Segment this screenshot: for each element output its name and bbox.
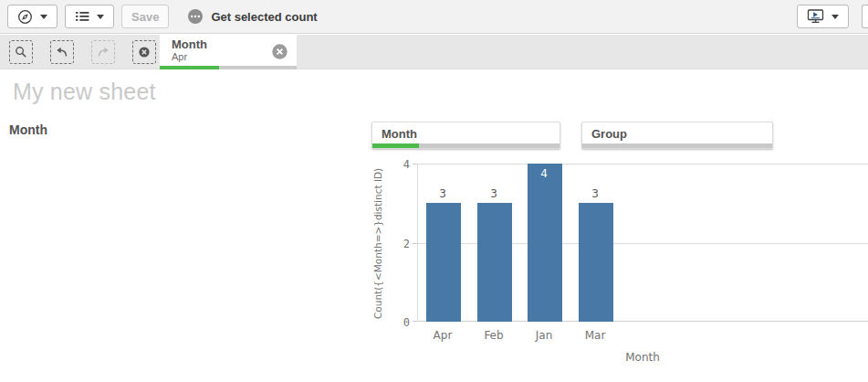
bar-jan[interactable] [528,164,562,322]
x-tick-label: Jan [524,329,564,342]
compass-icon [17,9,33,25]
filter-state-selected-bar [372,143,419,148]
monitor-play-icon [807,9,824,24]
bar-mar[interactable] [579,203,613,322]
clear-selections-button[interactable] [132,40,156,64]
qlik-sense-app: Save Get selected count [0,0,868,382]
bar-feb[interactable] [477,203,512,322]
save-button[interactable]: Save [121,5,169,28]
filter-pane-month[interactable]: Month [371,122,560,149]
undo-arrow-icon [56,46,68,58]
y-tick-mark [413,321,417,322]
list-icon [75,10,89,23]
filter-pane-label: Group [582,122,772,141]
selection-chip-month[interactable]: Month Apr [160,35,297,69]
filter-pane-group[interactable]: Group [581,122,773,149]
chevron-down-icon [97,15,104,19]
ellipsis-circle-icon [187,8,204,25]
y-tick-mark [413,164,417,164]
selection-ratio-track [160,66,297,69]
bar-apr[interactable] [426,203,461,322]
selection-ratio-bar [160,66,219,69]
bar-value-label: 4 [527,167,561,180]
edge-partial-button[interactable] [862,5,868,28]
presentation-mode-button[interactable] [797,5,849,28]
selections-forward-button[interactable] [91,40,115,64]
filter-state-track [582,143,772,148]
redo-arrow-icon [97,46,110,58]
sheet-list-button[interactable] [65,5,114,28]
sheet-title: My new sheet [13,79,156,105]
chevron-down-icon [40,15,47,19]
selections-bar: Month Apr [0,35,868,69]
filter-pane-label: Month [372,122,559,141]
x-axis-title: Month [417,351,868,364]
x-tick-label: Apr [423,329,463,342]
chevron-down-icon [831,15,839,19]
toolbar-right-group [797,0,868,33]
y-tick-label: 4 [393,158,410,171]
remove-selection-icon[interactable] [272,44,288,59]
gridline [418,164,868,164]
filterpane-title-month: Month [9,122,47,137]
toolbar-left-group: Save Get selected count [0,0,318,33]
top-toolbar: Save Get selected count [0,0,868,34]
bar-value-label: 3 [425,187,460,200]
clear-circle-x-icon [138,46,151,58]
get-selected-count-button[interactable]: Get selected count [187,8,317,25]
get-selected-count-label: Get selected count [211,10,317,24]
y-tick-label: 2 [393,238,410,250]
x-tick-label: Mar [575,329,615,342]
filter-state-track [372,143,559,148]
bar-value-label: 3 [578,187,612,200]
navigation-menu-button[interactable] [7,5,58,28]
save-button-label: Save [131,10,159,24]
x-tick-label: Feb [474,329,514,342]
search-icon [15,46,27,58]
bar-value-label: 3 [476,187,511,200]
smart-search-button[interactable] [9,40,33,64]
y-tick-label: 0 [393,316,410,329]
y-tick-mark [413,243,417,244]
y-axis-title: Count({<Month=>}distinct ID) [371,164,385,323]
selections-back-button[interactable] [50,40,74,64]
